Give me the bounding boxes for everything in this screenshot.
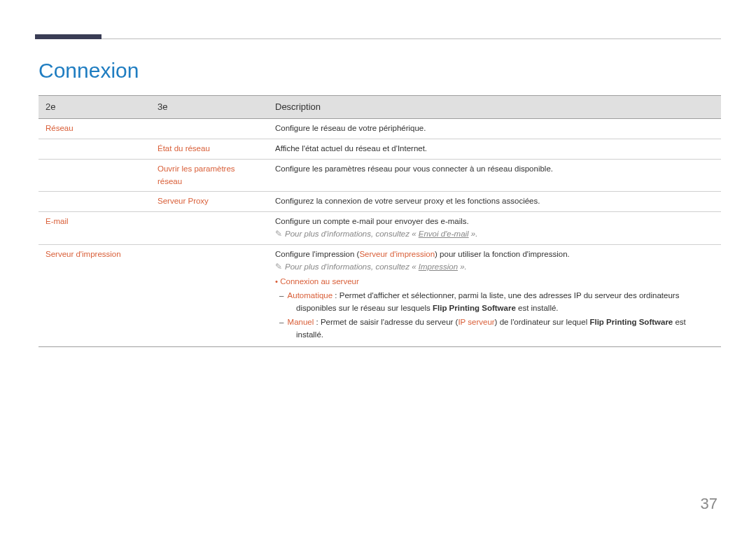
text-manuel-1: : Permet de saisir l'adresse du serveur … [314, 318, 458, 326]
row-email: E-mail Configure un compte e-mail pour e… [38, 212, 721, 245]
desc-print-before: Configure l'impression ( [275, 250, 359, 258]
note-print-prefix: Pour plus d'informations, consultez « [285, 262, 419, 271]
desc-etat-reseau: Affiche l'état actuel du réseau et d'Int… [268, 139, 721, 159]
page-title: Connexion [38, 59, 721, 83]
list-connection-modes: Automatique : Permet d'afficher et sélec… [275, 290, 714, 341]
tail-automatique: est installé. [516, 304, 559, 312]
desc-serveur-proxy: Configurez la connexion de votre serveur… [268, 192, 721, 212]
label-connexion-serveur: Connexion au serveur [280, 277, 359, 286]
label-etat-reseau: État du réseau [158, 144, 210, 153]
row-serveur-proxy: Serveur Proxy Configurez la connexion de… [38, 192, 721, 212]
label-reseau: Réseau [46, 124, 74, 132]
term-ip-serveur: IP serveur [458, 318, 494, 326]
item-connexion-serveur: Connexion au serveur Automatique : Perme… [275, 276, 714, 341]
desc-email-main: Configure un compte e-mail pour envoyer … [275, 217, 469, 225]
header-level-2: 2e [38, 96, 150, 119]
label-email: E-mail [46, 217, 69, 225]
pencil-icon: ✎ [275, 262, 282, 271]
text-manuel-2: ) de l'ordinateur sur lequel [495, 318, 590, 326]
section-marker [35, 34, 102, 39]
note-email: ✎Pour plus d'informations, consultez « E… [275, 230, 477, 238]
header-description: Description [268, 96, 721, 119]
header-divider [38, 38, 721, 39]
note-email-prefix: Pour plus d'informations, consultez « [285, 230, 419, 238]
row-etat-reseau: État du réseau Affiche l'état actuel du … [38, 139, 721, 159]
term-serveur-impression: Serveur d'impression [359, 250, 435, 258]
settings-table: 2e 3e Description Réseau Configure le ré… [38, 95, 721, 347]
header-level-3: 3e [150, 96, 268, 119]
pencil-icon: ✎ [275, 230, 282, 238]
row-reseau: Réseau Configure le réseau de votre péri… [38, 119, 721, 139]
item-automatique: Automatique : Permet d'afficher et sélec… [288, 290, 714, 315]
desc-print-after: ) pour utiliser la fonction d'impression… [435, 250, 570, 258]
table-header-row: 2e 3e Description [38, 96, 721, 119]
desc-serveur-impression: Configure l'impression (Serveur d'impres… [268, 244, 721, 346]
note-email-suffix: ». [469, 230, 478, 238]
label-serveur-proxy: Serveur Proxy [158, 197, 209, 205]
link-impression[interactable]: Impression [419, 262, 458, 271]
note-print-suffix: ». [458, 262, 467, 271]
item-manuel: Manuel : Permet de saisir l'adresse du s… [288, 316, 714, 342]
label-serveur-impression: Serveur d'impression [46, 250, 121, 258]
term-flip-software-1: Flip Printing Software [433, 304, 516, 312]
row-ouvrir-parametres: Ouvrir les paramètres réseau Configure l… [38, 159, 721, 192]
desc-reseau: Configure le réseau de votre périphériqu… [268, 119, 721, 139]
note-impression: ✎Pour plus d'informations, consultez « I… [275, 262, 467, 271]
label-ouvrir-parametres: Ouvrir les paramètres réseau [158, 164, 235, 185]
desc-email: Configure un compte e-mail pour envoyer … [268, 212, 721, 245]
label-automatique: Automatique [288, 291, 333, 300]
page-container: Connexion 2e 3e Description Réseau Confi… [0, 0, 756, 534]
page-number: 37 [701, 495, 718, 513]
term-flip-software-2: Flip Printing Software [589, 318, 673, 326]
row-serveur-impression: Serveur d'impression Configure l'impress… [38, 244, 721, 346]
link-envoi-email[interactable]: Envoi d'e-mail [419, 230, 469, 238]
desc-ouvrir-parametres: Configure les paramètres réseau pour vou… [268, 159, 721, 192]
label-manuel: Manuel [288, 318, 314, 326]
list-server-connection: Connexion au serveur Automatique : Perme… [275, 276, 714, 341]
